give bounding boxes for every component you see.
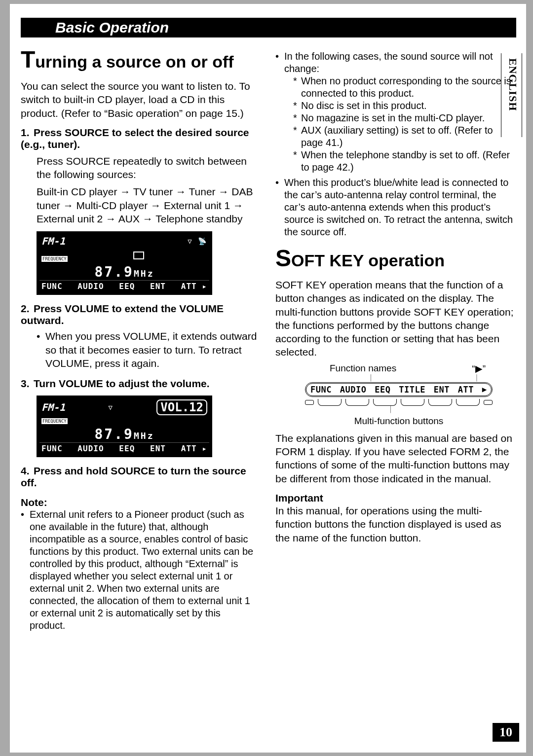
mf-button bbox=[401, 399, 424, 406]
section-title-turning: Turning a source on or off bbox=[21, 50, 258, 72]
note-heading: Note: bbox=[21, 497, 258, 508]
section-header: Basic Operation bbox=[21, 18, 516, 37]
content-columns: Turning a source on or off You can selec… bbox=[21, 50, 516, 635]
right-sublist: When no product corresponding to the sou… bbox=[293, 75, 516, 174]
mf-button bbox=[318, 399, 342, 406]
diagram-label-right: “▶” bbox=[472, 363, 488, 374]
small-button bbox=[484, 400, 493, 405]
mf-button bbox=[345, 399, 369, 406]
left-column: Turning a source on or off You can selec… bbox=[21, 50, 258, 635]
lcd1-softkeys: FUNC AUDIO EEQ ENT ATT bbox=[39, 280, 209, 292]
lcd-display-2: FM-1 ▽ VOL.12 FREQUENCY 87.9MHz FUNC A bbox=[37, 396, 212, 457]
section-title-softkey: SOFT KEY operation bbox=[275, 249, 516, 270]
mf-button bbox=[373, 399, 397, 406]
important-heading: Important bbox=[275, 492, 516, 504]
right-bullet-2: When this product’s blue/white lead is c… bbox=[275, 177, 516, 238]
step-1-sub-a: Press SOURCE repeatedly to switch betwee… bbox=[37, 154, 258, 181]
softkey-p1: SOFT KEY operation means that the functi… bbox=[275, 278, 516, 359]
small-button bbox=[305, 400, 314, 405]
manual-page: Basic Operation ENGLISH Turning a source… bbox=[10, 4, 526, 753]
arrow-right-icon: ▶ bbox=[482, 385, 487, 395]
step-2: 2.Press VOLUME to extend the VOLUME outw… bbox=[21, 303, 258, 370]
lcd2-softkeys: FUNC AUDIO EEQ ENT ATT bbox=[39, 442, 209, 454]
softkey-p2: The explanations given in this manual ar… bbox=[275, 432, 516, 485]
step-3: 3.Turn VOLUME to adjust the volume. FM-1… bbox=[21, 378, 258, 457]
softkey-diagram: Function names “▶” ││ FUNC AUDIO EEQ TIT… bbox=[305, 363, 493, 427]
header-title: Basic Operation bbox=[55, 19, 169, 36]
panel-softkey-labels: FUNC AUDIO EEQ TITLE ENT ATT ▶ bbox=[305, 382, 493, 397]
note-bullet: External unit refers to a Pioneer produc… bbox=[21, 508, 258, 632]
step-1: 1.Press SOURCE to select the desired sou… bbox=[21, 127, 258, 295]
step-1-sub-b: Built-in CD player → TV tuner → Tuner → … bbox=[37, 185, 258, 225]
mf-button bbox=[456, 399, 480, 406]
softkey-p3: In this manual, for operations using the… bbox=[275, 504, 516, 544]
step-4: 4.Press and hold SOURCE to turn the sour… bbox=[21, 465, 258, 489]
right-bullet-1: In the following cases, the sound source… bbox=[275, 50, 516, 174]
intro-paragraph: You can select the source you want to li… bbox=[21, 79, 258, 120]
mf-button bbox=[428, 399, 452, 406]
diagram-bottom-label: Multi-function buttons bbox=[305, 416, 493, 427]
right-top-bullets: In the following cases, the sound source… bbox=[275, 50, 516, 238]
steps-list: 1.Press SOURCE to select the desired sou… bbox=[21, 127, 258, 489]
side-line bbox=[521, 53, 522, 137]
panel-buttons-row bbox=[305, 399, 493, 406]
right-column: In the following cases, the sound source… bbox=[275, 50, 516, 635]
screen-icon bbox=[133, 252, 144, 259]
lcd-display-1: FM-1 ▽ 📡 FREQUENCY 87.9MHz bbox=[37, 231, 212, 295]
step-2-bullets: When you press VOLUME, it extends outwar… bbox=[37, 329, 258, 370]
page-number: 10 bbox=[493, 723, 519, 742]
diagram-label-left: Function names bbox=[330, 363, 396, 374]
note-bullets: External unit refers to a Pioneer produc… bbox=[21, 508, 258, 632]
